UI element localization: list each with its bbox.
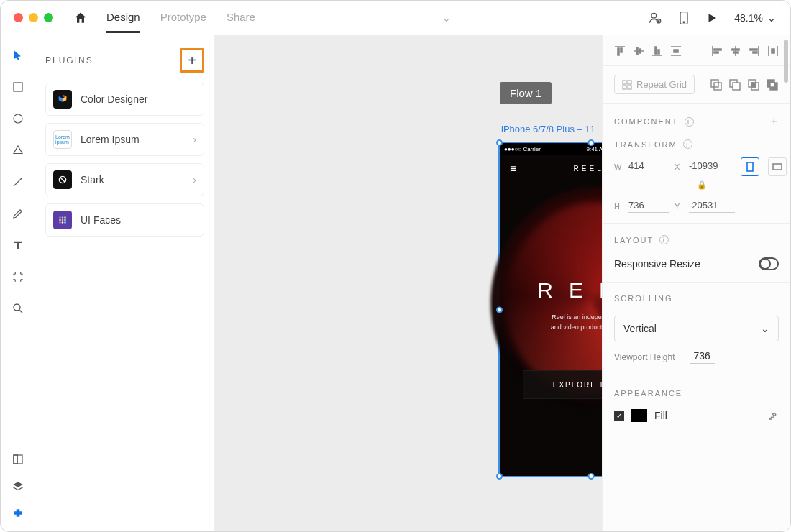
svg-point-5: [14, 114, 22, 123]
flow-badge[interactable]: Flow 1: [500, 82, 552, 104]
add-component-button[interactable]: +: [771, 115, 779, 128]
assets-panel-icon[interactable]: [11, 452, 25, 467]
scrollbar-thumb[interactable]: [784, 40, 788, 83]
resize-handle-tl[interactable]: [496, 139, 503, 146]
mode-tabs: Design Prototype Share: [106, 2, 255, 33]
layers-panel-icon[interactable]: [11, 480, 25, 494]
tab-prototype[interactable]: Prototype: [160, 2, 206, 33]
svg-point-6: [14, 304, 20, 311]
boolean-subtract-icon[interactable]: [728, 78, 741, 91]
align-right-icon[interactable]: [749, 45, 760, 57]
responsive-resize-toggle[interactable]: [759, 257, 779, 270]
svg-rect-22: [628, 86, 631, 89]
y-label: Y: [675, 202, 683, 211]
fill-row: ✓ Fill: [603, 403, 790, 428]
svg-point-12: [64, 216, 66, 219]
align-hcenter-icon[interactable]: [730, 45, 741, 57]
title-right-controls: 48.1% ⌄: [648, 11, 776, 25]
design-canvas[interactable]: Flow 1 iPhone 6/7/8 Plus – 11 ●●●○○ Carr…: [215, 35, 602, 531]
info-icon[interactable]: i: [685, 117, 694, 127]
boolean-intersect-icon[interactable]: [747, 78, 760, 91]
y-input[interactable]: -20531: [689, 200, 735, 213]
app-window: Design Prototype Share ⌄ 48.1% ⌄: [0, 0, 791, 532]
scroll-direction-select[interactable]: Vertical ⌄: [614, 316, 779, 341]
scroll-direction-value: Vertical: [623, 323, 657, 334]
align-top-icon[interactable]: [614, 45, 626, 57]
text-tool-icon[interactable]: [11, 238, 25, 252]
close-window-button[interactable]: [14, 13, 23, 22]
artboard[interactable]: ●●●○○ Carrier 9:41 AM ⚡ 42% ▮ ≡ REEL ⚙ R…: [500, 143, 602, 476]
repeat-grid-row: Repeat Grid: [603, 66, 790, 104]
hamburger-icon: ≡: [510, 162, 516, 175]
plugins-panel-icon[interactable]: [11, 507, 25, 521]
width-input[interactable]: 414: [628, 160, 669, 173]
zoom-value: 48.1%: [734, 12, 763, 24]
x-input[interactable]: -10939: [689, 160, 735, 173]
lorem-icon: Loremipsum: [53, 130, 72, 149]
resize-handle-ml[interactable]: [496, 306, 503, 313]
tab-design[interactable]: Design: [106, 2, 140, 33]
svg-rect-24: [714, 83, 721, 90]
align-vcenter-icon[interactable]: [633, 45, 644, 57]
boolean-exclude-icon[interactable]: [766, 78, 779, 91]
svg-point-11: [62, 216, 64, 219]
fill-color-swatch[interactable]: [631, 409, 647, 422]
plugin-ui-faces[interactable]: UI Faces: [45, 203, 204, 237]
artboard-tool-icon[interactable]: [11, 270, 25, 284]
resize-handle-bl[interactable]: [496, 473, 503, 480]
tab-share[interactable]: Share: [227, 2, 255, 33]
resize-handle-bm[interactable]: [587, 473, 594, 480]
height-input[interactable]: 736: [628, 200, 669, 213]
distribute-h-icon[interactable]: [767, 45, 779, 57]
svg-point-0: [651, 13, 657, 18]
viewport-height-input[interactable]: 736: [690, 350, 715, 364]
plugin-lorem-ipsum[interactable]: Loremipsum Lorem Ipsum ›: [45, 123, 204, 156]
resize-handle-tm[interactable]: [587, 139, 594, 146]
align-left-icon[interactable]: [711, 45, 723, 57]
svg-point-14: [62, 219, 64, 221]
brand-big: REEL: [500, 278, 602, 303]
status-bar: ●●●○○ Carrier 9:41 AM ⚡ 42% ▮: [500, 143, 602, 155]
zoom-window-button[interactable]: [44, 13, 53, 22]
eyedropper-icon[interactable]: [767, 410, 779, 421]
pen-tool-icon[interactable]: [11, 206, 25, 221]
distribute-v-icon[interactable]: [670, 45, 682, 57]
stark-icon: [53, 170, 72, 189]
info-icon[interactable]: i: [683, 139, 692, 149]
chevron-right-icon: ›: [193, 134, 196, 145]
repeat-grid-button[interactable]: Repeat Grid: [614, 75, 695, 94]
zoom-tool-icon[interactable]: [11, 301, 25, 316]
minimize-window-button[interactable]: [29, 13, 38, 22]
hero-subtitle: Reel is an independent film and video pr…: [500, 313, 602, 332]
home-icon[interactable]: [73, 11, 88, 25]
polygon-tool-icon[interactable]: [11, 143, 25, 157]
line-tool-icon[interactable]: [11, 175, 25, 189]
fill-enabled-checkbox[interactable]: ✓: [614, 411, 624, 421]
device-preview-icon[interactable]: [678, 11, 690, 25]
x-label: X: [675, 162, 683, 171]
invite-user-icon[interactable]: [648, 11, 662, 25]
svg-point-13: [59, 219, 61, 221]
boolean-add-icon[interactable]: [710, 78, 723, 91]
info-icon[interactable]: i: [659, 235, 669, 244]
plugin-color-designer[interactable]: Color Designer: [45, 83, 204, 116]
document-dropdown-icon[interactable]: ⌄: [442, 12, 451, 24]
svg-rect-33: [747, 162, 753, 171]
ellipse-tool-icon[interactable]: [11, 111, 25, 126]
play-preview-icon[interactable]: [705, 12, 718, 24]
plugin-label: Color Designer: [81, 93, 147, 105]
plugin-stark[interactable]: Stark ›: [45, 163, 204, 196]
artboard-selection[interactable]: ●●●○○ Carrier 9:41 AM ⚡ 42% ▮ ≡ REEL ⚙ R…: [500, 143, 602, 476]
rectangle-tool-icon[interactable]: [11, 80, 25, 94]
svg-rect-4: [14, 83, 22, 91]
lock-aspect-icon[interactable]: 🔒: [614, 180, 790, 190]
add-plugin-button[interactable]: +: [180, 48, 204, 73]
portrait-orientation-button[interactable]: [741, 157, 759, 176]
align-bottom-icon[interactable]: [651, 45, 663, 57]
artboard-name-label[interactable]: iPhone 6/7/8 Plus – 11: [501, 124, 595, 134]
transform-grid: W 414 X -10939 🔒 H 736 Y -20531: [603, 155, 790, 224]
select-tool-icon[interactable]: [11, 48, 25, 63]
landscape-orientation-button[interactable]: [768, 157, 787, 176]
appearance-section-label: APPEARANCE: [603, 377, 790, 403]
zoom-control[interactable]: 48.1% ⌄: [734, 12, 776, 24]
